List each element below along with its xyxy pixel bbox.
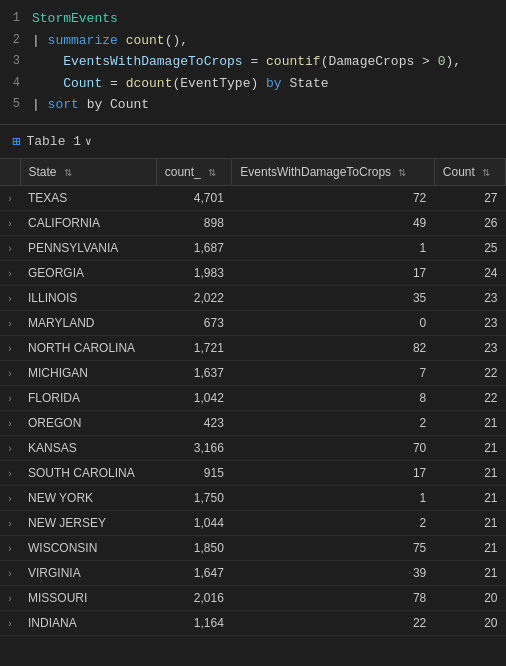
row-expand-cell[interactable]: › <box>0 360 20 385</box>
expand-icon[interactable]: › <box>8 593 11 604</box>
table-row[interactable]: › VIRGINIA 1,647 39 21 <box>0 560 506 585</box>
cell-state: ILLINOIS <box>20 285 156 310</box>
table-row[interactable]: › CALIFORNIA 898 49 26 <box>0 210 506 235</box>
col-damage[interactable]: EventsWithDamageToCrops ⇅ <box>232 159 434 186</box>
row-expand-cell[interactable]: › <box>0 310 20 335</box>
line-number: 4 <box>0 74 32 92</box>
code-content: Count = dcount(EventType) by State <box>32 74 506 94</box>
expand-icon[interactable]: › <box>8 443 11 454</box>
expand-icon[interactable]: › <box>8 568 11 579</box>
row-expand-cell[interactable]: › <box>0 335 20 360</box>
code-line-5: 5| sort by Count <box>0 94 506 116</box>
cell-count: 1,647 <box>156 560 232 585</box>
code-token: StormEvents <box>32 11 118 26</box>
expand-icon[interactable]: › <box>8 493 11 504</box>
row-expand-cell[interactable]: › <box>0 385 20 410</box>
row-expand-cell[interactable]: › <box>0 535 20 560</box>
row-expand-cell[interactable]: › <box>0 235 20 260</box>
cell-damage: 2 <box>232 410 434 435</box>
table-row[interactable]: › TEXAS 4,701 72 27 <box>0 185 506 210</box>
cell-state: WISCONSIN <box>20 535 156 560</box>
expand-icon[interactable]: › <box>8 618 11 629</box>
row-expand-cell[interactable]: › <box>0 185 20 210</box>
line-number: 5 <box>0 95 32 113</box>
row-expand-cell[interactable]: › <box>0 585 20 610</box>
cell-count: 898 <box>156 210 232 235</box>
col-count_[interactable]: count_ ⇅ <box>156 159 232 186</box>
cell-state: MISSOURI <box>20 585 156 610</box>
table-row[interactable]: › MARYLAND 673 0 23 <box>0 310 506 335</box>
data-table: State ⇅ count_ ⇅ EventsWithDamageToCrops… <box>0 159 506 636</box>
row-expand-cell[interactable]: › <box>0 510 20 535</box>
expand-icon[interactable]: › <box>8 243 11 254</box>
expand-icon[interactable]: › <box>8 468 11 479</box>
col-expand <box>0 159 20 186</box>
cell-count: 1,721 <box>156 335 232 360</box>
table-row[interactable]: › ILLINOIS 2,022 35 23 <box>0 285 506 310</box>
expand-icon[interactable]: › <box>8 268 11 279</box>
table-row[interactable]: › KANSAS 3,166 70 21 <box>0 435 506 460</box>
table-row[interactable]: › INDIANA 1,164 22 20 <box>0 610 506 635</box>
cell-cnt: 21 <box>434 485 505 510</box>
row-expand-cell[interactable]: › <box>0 435 20 460</box>
expand-icon[interactable]: › <box>8 318 11 329</box>
code-token: sort <box>48 97 79 112</box>
cell-cnt: 20 <box>434 610 505 635</box>
cell-count: 673 <box>156 310 232 335</box>
expand-icon[interactable]: › <box>8 343 11 354</box>
row-expand-cell[interactable]: › <box>0 210 20 235</box>
code-token: (), <box>165 33 188 48</box>
table-row[interactable]: › MISSOURI 2,016 78 20 <box>0 585 506 610</box>
table-row[interactable]: › NEW YORK 1,750 1 21 <box>0 485 506 510</box>
code-line-1: 1StormEvents <box>0 8 506 30</box>
col-state[interactable]: State ⇅ <box>20 159 156 186</box>
expand-icon[interactable]: › <box>8 518 11 529</box>
table-row[interactable]: › WISCONSIN 1,850 75 21 <box>0 535 506 560</box>
cell-count: 1,687 <box>156 235 232 260</box>
cell-count: 3,166 <box>156 435 232 460</box>
expand-icon[interactable]: › <box>8 218 11 229</box>
table-chevron-icon[interactable]: ∨ <box>85 135 92 148</box>
expand-icon[interactable]: › <box>8 368 11 379</box>
code-content: EventsWithDamageToCrops = countif(Damage… <box>32 52 506 72</box>
col-sort-icon2: ⇅ <box>208 167 216 178</box>
row-expand-cell[interactable]: › <box>0 285 20 310</box>
line-number: 1 <box>0 9 32 27</box>
cell-damage: 7 <box>232 360 434 385</box>
row-expand-cell[interactable]: › <box>0 260 20 285</box>
table-row[interactable]: › FLORIDA 1,042 8 22 <box>0 385 506 410</box>
cell-state: SOUTH CAROLINA <box>20 460 156 485</box>
cell-count: 1,164 <box>156 610 232 635</box>
cell-cnt: 25 <box>434 235 505 260</box>
cell-damage: 72 <box>232 185 434 210</box>
table-row[interactable]: › OREGON 423 2 21 <box>0 410 506 435</box>
cell-cnt: 21 <box>434 535 505 560</box>
table-row[interactable]: › SOUTH CAROLINA 915 17 21 <box>0 460 506 485</box>
line-number: 3 <box>0 52 32 70</box>
row-expand-cell[interactable]: › <box>0 410 20 435</box>
row-expand-cell[interactable]: › <box>0 460 20 485</box>
code-token: count <box>126 33 165 48</box>
cell-cnt: 23 <box>434 310 505 335</box>
table-row[interactable]: › PENNSYLVANIA 1,687 1 25 <box>0 235 506 260</box>
expand-icon[interactable]: › <box>8 543 11 554</box>
expand-icon[interactable]: › <box>8 193 11 204</box>
expand-icon[interactable]: › <box>8 393 11 404</box>
table-row[interactable]: › MICHIGAN 1,637 7 22 <box>0 360 506 385</box>
table-row[interactable]: › GEORGIA 1,983 17 24 <box>0 260 506 285</box>
row-expand-cell[interactable]: › <box>0 560 20 585</box>
cell-cnt: 21 <box>434 435 505 460</box>
cell-state: MARYLAND <box>20 310 156 335</box>
cell-state: NORTH CAROLINA <box>20 335 156 360</box>
expand-icon[interactable]: › <box>8 418 11 429</box>
table-row[interactable]: › NORTH CAROLINA 1,721 82 23 <box>0 335 506 360</box>
cell-damage: 35 <box>232 285 434 310</box>
table-row[interactable]: › NEW JERSEY 1,044 2 21 <box>0 510 506 535</box>
row-expand-cell[interactable]: › <box>0 610 20 635</box>
cell-cnt: 23 <box>434 335 505 360</box>
cell-cnt: 24 <box>434 260 505 285</box>
col-count[interactable]: Count ⇅ <box>434 159 505 186</box>
expand-icon[interactable]: › <box>8 293 11 304</box>
code-token: = <box>243 54 266 69</box>
row-expand-cell[interactable]: › <box>0 485 20 510</box>
